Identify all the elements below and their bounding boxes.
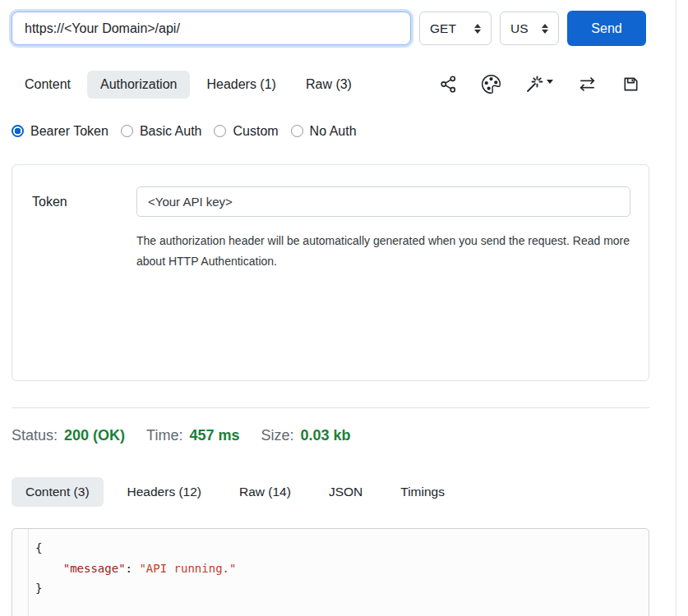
updown-arrows-icon [474, 24, 481, 34]
tab-content[interactable]: Content [12, 71, 84, 99]
tab-raw[interactable]: Raw (3) [293, 71, 365, 99]
radio-label: Basic Auth [140, 124, 202, 139]
auth-type-radios: Bearer Token Basic Auth Custom No Auth [12, 121, 649, 141]
api-client-page: GET US Send Content Authorization Header… [0, 0, 688, 616]
size-label: Size: [261, 427, 293, 444]
request-tabs-row: Content Authorization Headers (1) Raw (3… [12, 69, 649, 99]
palette-icon[interactable] [482, 75, 501, 94]
radio-basic-auth[interactable]: Basic Auth [121, 124, 202, 139]
method-select[interactable]: GET [419, 11, 492, 45]
status-group: Status: 200 (OK) [12, 427, 125, 444]
radio-label: Bearer Token [30, 124, 109, 139]
response-body-panel: { "message": "API running." } [12, 528, 649, 616]
time-group: Time: 457 ms [146, 427, 239, 444]
request-toolbar [439, 74, 649, 94]
radio-unselected-icon [291, 125, 303, 137]
resp-tab-content[interactable]: Content (3) [12, 477, 104, 507]
resp-tab-json[interactable]: JSON [315, 477, 376, 507]
auth-help-text: The authorization header will be automat… [136, 231, 630, 272]
auth-panel: Token The authorization header will be a… [12, 164, 649, 381]
region-select[interactable]: US [500, 11, 559, 45]
radio-selected-icon [12, 125, 24, 137]
send-button[interactable]: Send [567, 11, 646, 46]
chevron-down-icon [547, 80, 553, 84]
radio-no-auth[interactable]: No Auth [291, 124, 357, 139]
tab-authorization[interactable]: Authorization [87, 71, 190, 99]
radio-label: Custom [233, 124, 278, 139]
scrollbar-track[interactable] [676, 0, 676, 616]
json-line: } [35, 578, 236, 599]
time-value: 457 ms [189, 427, 239, 444]
resp-tab-raw[interactable]: Raw (14) [225, 477, 305, 507]
region-select-value: US [510, 21, 529, 36]
json-line: { [35, 538, 236, 559]
time-label: Time: [146, 427, 182, 444]
tab-headers[interactable]: Headers (1) [193, 71, 289, 99]
radio-label: No Auth [310, 124, 357, 139]
status-label: Status: [12, 427, 58, 444]
url-input[interactable] [12, 11, 411, 45]
size-group: Size: 0.03 kb [261, 427, 350, 444]
section-divider [12, 407, 649, 408]
json-line: "message": "API running." [35, 559, 236, 579]
request-tabs: Content Authorization Headers (1) Raw (3… [12, 71, 365, 99]
radio-bearer-token[interactable]: Bearer Token [12, 124, 109, 139]
request-bar: GET US Send [12, 0, 649, 46]
code-gutter [12, 529, 29, 616]
json-key: "message" [63, 562, 126, 575]
swap-arrows-icon[interactable] [577, 74, 598, 94]
token-input[interactable] [136, 186, 630, 217]
token-label: Token [32, 195, 136, 209]
resp-tab-headers[interactable]: Headers (12) [113, 477, 215, 507]
radio-unselected-icon [214, 125, 226, 137]
radio-custom[interactable]: Custom [214, 124, 278, 139]
magic-wand-icon[interactable] [524, 75, 553, 94]
method-select-value: GET [430, 21, 456, 36]
response-status-row: Status: 200 (OK) Time: 457 ms Size: 0.03… [12, 427, 649, 444]
save-icon[interactable] [621, 75, 640, 94]
updown-arrows-icon [542, 24, 548, 34]
resp-tab-timings[interactable]: Timings [386, 477, 459, 507]
share-icon[interactable] [439, 75, 458, 94]
json-value: "API running." [139, 562, 236, 575]
radio-unselected-icon [121, 125, 133, 137]
response-json: { "message": "API running." } [29, 529, 236, 616]
size-value: 0.03 kb [301, 427, 351, 444]
response-tabs: Content (3) Headers (12) Raw (14) JSON T… [12, 477, 649, 507]
status-value: 200 (OK) [64, 427, 125, 444]
